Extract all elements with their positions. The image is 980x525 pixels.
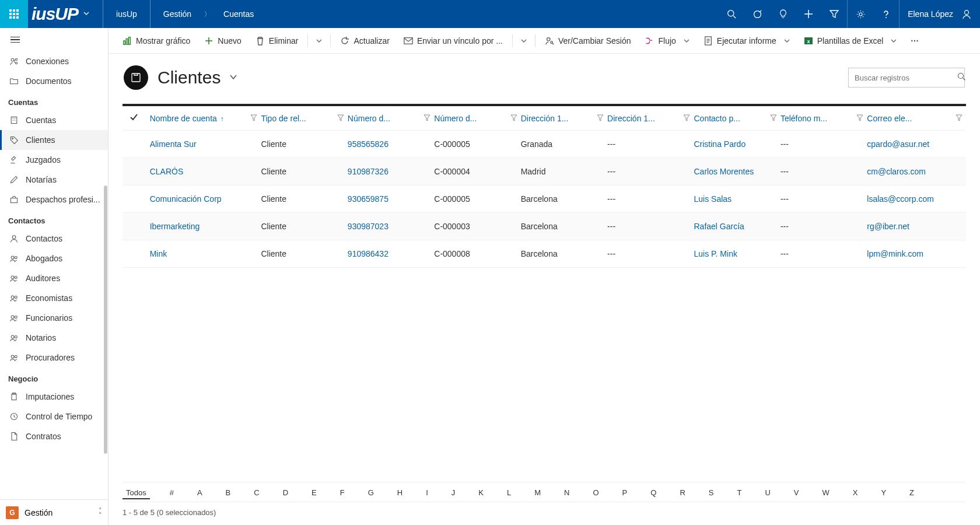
row-selector[interactable] xyxy=(123,131,150,158)
alpha-letter[interactable]: B xyxy=(222,487,235,499)
cell-num1[interactable]: 930987023 xyxy=(348,222,388,231)
sidebar-item-cuentas[interactable]: Cuentas xyxy=(0,110,108,130)
search-icon[interactable] xyxy=(719,0,744,28)
alpha-letter[interactable]: C xyxy=(250,487,262,499)
cell-contact[interactable]: Carlos Morentes xyxy=(694,167,754,176)
cell-email[interactable]: lpm@mink.com xyxy=(867,249,923,258)
sidebar-item-contactos[interactable]: Contactos xyxy=(0,229,108,249)
filter-icon[interactable] xyxy=(683,114,690,123)
column-header[interactable]: Teléfono m... xyxy=(780,106,867,131)
alpha-letter[interactable]: Q xyxy=(647,487,660,499)
alpha-letter[interactable]: V xyxy=(790,487,803,499)
filter-icon[interactable] xyxy=(770,114,777,123)
cell-contact[interactable]: Luis P. Mink xyxy=(694,249,737,258)
sidebar-item-notarios[interactable]: Notarios xyxy=(0,328,108,348)
area-switcher[interactable]: G Gestión ˄˅ xyxy=(0,499,108,525)
cmd-plantillas-de-excel[interactable]: xPlantillas de Excel xyxy=(798,33,903,49)
column-header[interactable]: Dirección 1... xyxy=(607,106,694,131)
column-header[interactable]: Dirección 1... xyxy=(521,106,607,131)
gear-icon[interactable] xyxy=(848,0,873,28)
cmd-flujo[interactable]: Flujo xyxy=(639,33,695,49)
cell-email[interactable]: rg@iber.net xyxy=(867,222,909,231)
alpha-letter[interactable]: T xyxy=(733,487,745,499)
sidebar-item-clientes[interactable]: Clientes xyxy=(0,130,108,150)
target-icon[interactable] xyxy=(744,0,770,28)
filter-icon[interactable] xyxy=(510,114,517,123)
cell-contact[interactable]: Rafael García xyxy=(694,222,744,231)
sidebar-item-juzgados[interactable]: Juzgados xyxy=(0,150,108,170)
sidebar-item-contratos[interactable]: Contratos xyxy=(0,426,108,446)
row-selector[interactable] xyxy=(123,158,150,186)
table-row[interactable]: Ibermarketing Cliente 930987023 C-000003… xyxy=(123,213,966,240)
plus-icon[interactable] xyxy=(796,0,821,28)
account-name-link[interactable]: CLARÓS xyxy=(150,167,184,176)
filter-icon[interactable] xyxy=(821,0,847,28)
column-header[interactable]: Número d... xyxy=(348,106,434,131)
cell-num1[interactable]: 910986432 xyxy=(348,249,388,258)
filter-icon[interactable] xyxy=(250,114,257,123)
cmd-overflow[interactable]: ⋯ xyxy=(905,33,925,49)
alpha-all[interactable]: Todos xyxy=(123,487,150,499)
sidebar-item-auditores[interactable]: Auditores xyxy=(0,268,108,288)
filter-icon[interactable] xyxy=(337,114,344,123)
table-row[interactable]: Alimenta Sur Cliente 958565826 C-000005 … xyxy=(123,131,966,158)
sidebar-item-conexiones[interactable]: Conexiones xyxy=(0,51,108,71)
sidebar-item-control-de-tiempo[interactable]: Control de Tiempo xyxy=(0,407,108,426)
cmd-eliminar[interactable]: Eliminar xyxy=(250,33,304,49)
cmd-nuevo[interactable]: Nuevo xyxy=(198,33,247,49)
cmd-actualizar[interactable]: Actualizar xyxy=(334,33,395,49)
column-header[interactable]: Correo ele... xyxy=(867,106,966,131)
cmd-enviar-un-v-nculo-por-[interactable]: Enviar un vínculo por ... xyxy=(398,33,509,49)
search-records[interactable] xyxy=(848,68,965,88)
cell-contact[interactable]: Cristina Pardo xyxy=(694,139,746,149)
alpha-letter[interactable]: Y xyxy=(877,487,890,499)
alpha-letter[interactable]: H xyxy=(394,487,406,499)
account-name-link[interactable]: Ibermarketing xyxy=(150,222,200,231)
account-name-link[interactable]: Comunicación Corp xyxy=(150,194,222,204)
sidebar-item-abogados[interactable]: Abogados xyxy=(0,249,108,268)
table-row[interactable]: Mink Cliente 910986432 C-000008 Barcelon… xyxy=(123,240,966,268)
cmd-ejecutar-informe[interactable]: Ejecutar informe xyxy=(698,33,796,49)
row-selector[interactable] xyxy=(123,213,150,240)
scrollbar[interactable] xyxy=(103,28,108,525)
alpha-letter[interactable]: U xyxy=(761,487,774,499)
alpha-letter[interactable]: Z xyxy=(906,487,918,499)
breadcrumb-area[interactable]: Gestión xyxy=(159,9,196,19)
alpha-letter[interactable]: P xyxy=(619,487,631,499)
view-selector[interactable] xyxy=(229,72,238,83)
alpha-letter[interactable]: R xyxy=(676,487,688,499)
alpha-letter[interactable]: # xyxy=(166,487,177,499)
cell-email[interactable]: lsalas@ccorp.com xyxy=(867,194,934,204)
search-input[interactable] xyxy=(855,74,953,82)
row-selector[interactable] xyxy=(123,240,150,268)
account-name-link[interactable]: Alimenta Sur xyxy=(150,139,197,149)
cell-num1[interactable]: 930659875 xyxy=(348,194,388,204)
lightbulb-icon[interactable] xyxy=(770,0,796,28)
row-selector[interactable] xyxy=(123,186,150,213)
select-all-column[interactable] xyxy=(123,106,150,131)
filter-icon[interactable] xyxy=(597,114,604,123)
sidebar-item-economistas[interactable]: Economistas xyxy=(0,288,108,308)
column-header[interactable]: Nombre de cuenta↑ xyxy=(150,106,261,131)
cmd-split-chevron[interactable] xyxy=(312,33,327,49)
breadcrumb-app[interactable]: iusUp xyxy=(111,9,142,19)
alpha-letter[interactable]: S xyxy=(705,487,718,499)
cell-email[interactable]: cpardo@asur.net xyxy=(867,139,929,149)
alpha-letter[interactable]: W xyxy=(818,487,832,499)
filter-icon[interactable] xyxy=(956,114,963,123)
table-row[interactable]: Comunicación Corp Cliente 930659875 C-00… xyxy=(123,186,966,213)
cmd-split-chevron[interactable] xyxy=(516,33,531,49)
alpha-letter[interactable]: E xyxy=(308,487,320,499)
column-header[interactable]: Contacto p... xyxy=(694,106,780,131)
alpha-letter[interactable]: F xyxy=(337,487,348,499)
alpha-letter[interactable]: J xyxy=(448,487,459,499)
column-header[interactable]: Número d... xyxy=(434,106,520,131)
app-launcher-button[interactable] xyxy=(0,0,28,28)
alpha-letter[interactable]: K xyxy=(475,487,487,499)
alpha-letter[interactable]: G xyxy=(365,487,377,499)
alpha-letter[interactable]: L xyxy=(503,487,514,499)
alpha-letter[interactable]: D xyxy=(279,487,292,499)
sidebar-item-notar-as[interactable]: Notarías xyxy=(0,170,108,190)
alpha-letter[interactable]: M xyxy=(531,487,544,499)
cell-contact[interactable]: Luis Salas xyxy=(694,194,732,204)
